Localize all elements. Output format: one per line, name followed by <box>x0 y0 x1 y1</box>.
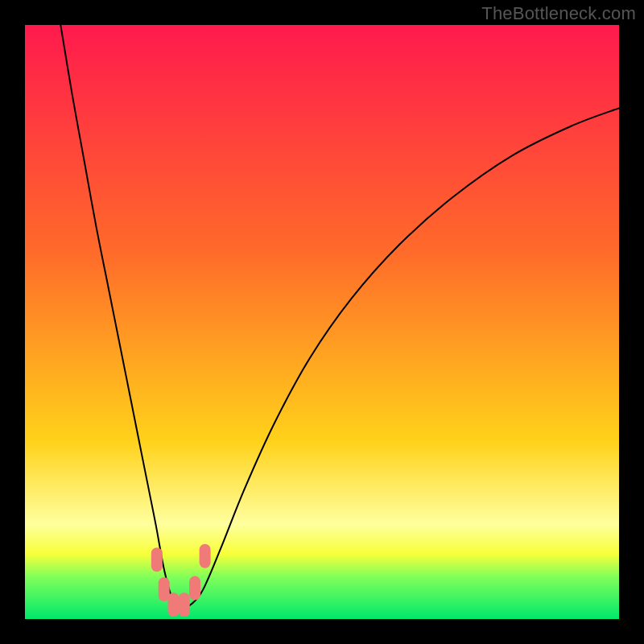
curve-marker <box>189 576 200 601</box>
curve-layer <box>25 25 619 619</box>
plot-area <box>25 25 619 619</box>
curve-markers <box>151 544 211 617</box>
chart-frame: TheBottleneck.com <box>0 0 644 644</box>
curve-marker <box>200 544 211 568</box>
curve-marker <box>168 592 180 617</box>
bottleneck-curve <box>60 25 619 608</box>
curve-marker <box>179 592 190 617</box>
curve-marker <box>151 547 163 572</box>
attribution-text: TheBottleneck.com <box>481 3 636 24</box>
